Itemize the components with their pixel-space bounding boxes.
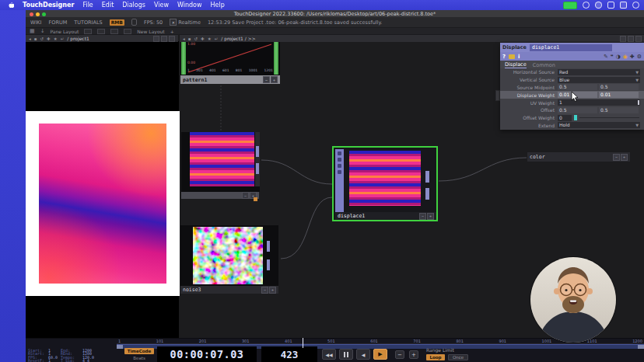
node-displace1-preview[interactable] (349, 151, 421, 206)
timecode-mode-button[interactable]: TimeCode (124, 348, 154, 354)
pencil-icon[interactable]: ✎ (604, 54, 608, 60)
pane-opt-icon-2[interactable] (161, 36, 167, 42)
wiki-link[interactable]: WIKI (30, 19, 42, 26)
pane-opt-icon-3[interactable] (169, 36, 175, 42)
node-displace1[interactable]: displace1 −+ (332, 146, 438, 221)
rmb-badge[interactable]: RMB (110, 19, 124, 26)
play-forward-button[interactable]: ▶ (373, 349, 387, 360)
clock-icon[interactable] (632, 2, 639, 9)
pane-opt-icon-3[interactable] (635, 36, 642, 42)
menu-dialogs[interactable]: Dialogs (122, 2, 145, 9)
node-displace1-flags[interactable] (335, 149, 344, 212)
scroll-handle[interactable] (425, 188, 429, 200)
layout-preset-4[interactable] (124, 29, 131, 34)
node-noise3-preview[interactable] (193, 227, 263, 284)
node-expand-icon[interactable]: + (621, 154, 628, 161)
beats-mode-button[interactable]: Beats (124, 356, 154, 360)
range-start-handle[interactable] (117, 345, 123, 349)
stop-icon[interactable]: ▪ (34, 37, 37, 41)
node-displace1-label[interactable]: displace1 −+ (335, 212, 436, 220)
play-reverse-button[interactable]: ◀ (356, 349, 370, 360)
pane-opt-icon-1[interactable] (153, 36, 159, 42)
grid-icon[interactable]: ▦ (30, 28, 35, 34)
step-forward-button[interactable]: + (409, 350, 418, 359)
displace-weight-field-2[interactable]: 0.01 (599, 92, 639, 98)
jump-to-start-button[interactable]: ◀◀ (322, 349, 336, 360)
lock-flag-icon[interactable] (338, 170, 341, 174)
apple-icon[interactable] (7, 2, 14, 9)
source-midpoint-field-1[interactable]: 0.5 (558, 84, 597, 90)
offset-field-1[interactable]: 0.5 (558, 107, 597, 113)
left-pane-path[interactable]: / project1 (67, 36, 89, 41)
pane-opt-icon-1[interactable] (620, 36, 626, 42)
record-icon[interactable] (583, 2, 590, 9)
node-stripes-label[interactable]: −+ (181, 192, 259, 199)
battery-icon[interactable] (563, 2, 577, 9)
scroll-handle[interactable] (256, 163, 259, 174)
node-pattern1-label[interactable]: pattern1 −+ (180, 75, 280, 84)
param-panel-header[interactable]: Displace displace1 (500, 43, 644, 52)
add-icon[interactable]: ✚ (47, 37, 51, 41)
menu-edit[interactable]: Edit (102, 2, 114, 9)
control-center-icon[interactable] (620, 2, 627, 9)
node-noise3-scroll[interactable] (266, 233, 271, 278)
node-stripes-scroll[interactable] (255, 132, 260, 186)
layout-preset-1[interactable] (84, 29, 92, 34)
node-noise3-label[interactable]: noise3 −+ (180, 286, 278, 294)
scroll-handle[interactable] (425, 171, 429, 183)
menu-window[interactable]: Window (177, 2, 202, 9)
bypass-flag-icon[interactable] (338, 164, 341, 168)
star-icon[interactable]: ★ (208, 37, 212, 41)
offset-weight-field[interactable]: 0 (558, 115, 572, 121)
pane-opt-icon-2[interactable] (628, 36, 634, 42)
node-displace1-scroll[interactable] (425, 154, 430, 207)
info-icon[interactable]: i (518, 54, 520, 60)
add-layout-button[interactable]: + (170, 29, 174, 34)
forum-link[interactable]: FORUM (49, 19, 68, 26)
loop-toggle[interactable]: Loop (426, 354, 445, 360)
node-minimize-icon[interactable]: − (242, 192, 249, 199)
source-midpoint-field-2[interactable]: 0.5 (599, 84, 639, 90)
anchor-icon[interactable]: ↓ (40, 28, 45, 34)
once-toggle[interactable]: Once (448, 354, 468, 360)
node-minimize-icon[interactable]: − (261, 287, 268, 294)
node-minimize-icon[interactable]: − (613, 154, 620, 161)
menu-file[interactable]: File (82, 2, 93, 9)
menu-help[interactable]: Help (210, 2, 224, 9)
viewer-flag-icon[interactable] (338, 151, 341, 155)
offset-weight-slider-track[interactable] (579, 117, 639, 118)
pause-button[interactable] (339, 349, 353, 360)
playhead[interactable] (303, 338, 303, 348)
back-icon[interactable]: ◂ (29, 37, 31, 41)
add-param-icon[interactable]: ✚ (630, 54, 635, 60)
menubar-app-name[interactable]: TouchDesigner (23, 2, 74, 9)
node-minimize-icon[interactable]: − (419, 213, 426, 220)
extend-menu[interactable]: Hold▼ (558, 122, 640, 128)
offset-weight-slider-handle[interactable] (574, 115, 577, 120)
stop-icon[interactable]: ▪ (188, 37, 191, 41)
tutorials-link[interactable]: TUTORIALS (74, 19, 102, 26)
lock-icon[interactable] (509, 54, 515, 59)
node-minimize-icon[interactable]: − (263, 76, 270, 83)
help-icon[interactable]: ? (502, 54, 506, 60)
clone-flag-icon[interactable] (338, 158, 341, 162)
contrast-icon[interactable]: ◑ (616, 54, 621, 60)
vertical-source-menu[interactable]: Blue▼ (558, 77, 640, 83)
new-layout-label[interactable]: New Layout (137, 29, 164, 34)
scroll-handle[interactable] (267, 259, 270, 270)
uv-weight-slider[interactable]: 1 (558, 99, 640, 106)
node-color-label[interactable]: color −+ (527, 152, 630, 162)
language-icon[interactable]: ◉ (623, 54, 628, 60)
node-expand-icon[interactable]: + (269, 287, 276, 294)
comment-icon[interactable]: ❝ (611, 54, 614, 60)
node-expand-icon[interactable]: + (271, 76, 278, 83)
gear-icon[interactable]: ⚙ (637, 54, 642, 60)
layout-preset-3[interactable] (110, 29, 118, 34)
realtime-checkbox[interactable]: ✕ (170, 19, 177, 26)
pane-layout-label[interactable]: Pane Layout (51, 29, 79, 34)
network-pane-path[interactable]: / project1 / >> (221, 36, 255, 41)
tab-displace[interactable]: Displace (505, 61, 527, 69)
realtime-toggle[interactable]: ✕ Realtime (170, 19, 201, 26)
add-icon[interactable]: ✚ (201, 37, 205, 41)
layout-preset-2[interactable] (97, 29, 105, 34)
